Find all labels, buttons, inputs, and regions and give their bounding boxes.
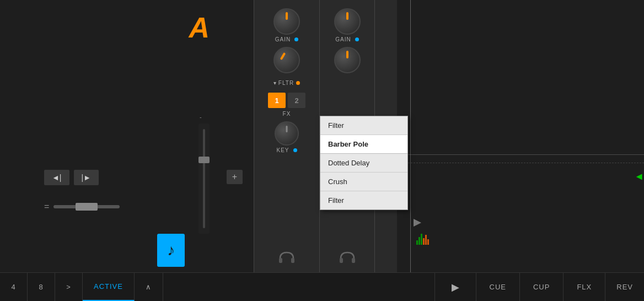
key-label-1: KEY xyxy=(276,147,289,153)
gain-label-2: GAIN xyxy=(335,36,351,42)
filter-knob-container xyxy=(273,47,300,73)
svg-rect-3 xyxy=(352,258,355,263)
dropdown-item-crush[interactable]: Crush xyxy=(320,173,407,191)
key-knob-container-1: KEY xyxy=(275,121,299,153)
gain-knob-2[interactable] xyxy=(334,8,361,35)
rev-button[interactable]: REV xyxy=(605,273,644,301)
fx-label: FX xyxy=(283,111,291,117)
waveform-area: ◄ xyxy=(397,0,644,272)
forward-button[interactable]: |► xyxy=(74,170,99,185)
play-button[interactable]: ▶ xyxy=(434,273,476,301)
green-arrow-icon: ◄ xyxy=(634,171,644,182)
fx-btn-1[interactable]: 1 xyxy=(268,93,286,108)
channel-strip-1: GAIN ▾ FLTR 1 2 FX xyxy=(254,0,320,272)
svg-rect-0 xyxy=(279,258,282,263)
active-button[interactable]: ACTIVE xyxy=(83,273,135,301)
key-knob-row-1: KEY xyxy=(276,147,297,153)
vertical-fader[interactable]: - xyxy=(198,123,210,234)
mini-waveform xyxy=(416,223,429,245)
fx-btn-2[interactable]: 2 xyxy=(288,93,305,108)
eq-symbol: = xyxy=(44,202,49,212)
waveform-line xyxy=(397,154,644,155)
back-button[interactable]: ◄| xyxy=(44,170,69,185)
cue-button[interactable]: CUE xyxy=(476,273,520,301)
gain-dot-2 xyxy=(355,37,359,41)
flx-button[interactable]: FLX xyxy=(564,273,605,301)
gain-knob-1[interactable] xyxy=(273,8,300,35)
number-4-button[interactable]: 4 xyxy=(0,273,28,301)
dropdown-item-dotted-delay[interactable]: Dotted Delay xyxy=(320,154,407,173)
minus-label: - xyxy=(200,114,202,120)
transport-area: ◄| |► + = xyxy=(6,170,248,212)
key-dot-1 xyxy=(293,148,297,152)
filter-knob[interactable] xyxy=(273,47,300,73)
playback-cursor xyxy=(410,0,411,272)
deck-label: A xyxy=(189,11,210,44)
gain-dot-1 xyxy=(294,37,298,41)
key-knob-1[interactable] xyxy=(275,121,299,146)
bottom-bar: 4 8 > ACTIVE ∧ ▶ CUE CUP FLX REV xyxy=(0,272,644,301)
waveform-bar xyxy=(416,240,418,245)
fltr-dot xyxy=(296,81,300,85)
gain-knob-container-2: GAIN xyxy=(334,8,361,42)
waveform-bar xyxy=(427,239,429,245)
svg-rect-1 xyxy=(291,258,294,263)
dropdown-item-filter2[interactable]: Filter xyxy=(320,191,407,209)
vertical-fader-track xyxy=(203,129,205,228)
fx-section: 1 2 FX xyxy=(268,93,305,117)
svg-rect-2 xyxy=(340,258,343,263)
mid-knob-container-2 xyxy=(334,47,361,73)
waveform-bar xyxy=(421,234,422,245)
dropdown-item-barber-pole[interactable]: Barber Pole xyxy=(320,135,407,154)
gain-knob-row-2: GAIN xyxy=(335,36,358,42)
waveform-bar xyxy=(425,235,427,245)
main-container: A ◄| |► + = - xyxy=(0,0,644,301)
dashed-line xyxy=(397,163,644,163)
filter-section: ▾ FLTR xyxy=(273,80,300,86)
music-note-icon: ♪ xyxy=(167,241,175,259)
left-panel: A ◄| |► + = - xyxy=(0,0,254,272)
gain-knob-container-1: GAIN xyxy=(273,8,300,42)
bottom-right: ▶ CUE CUP FLX REV xyxy=(434,273,644,301)
waveform-bar xyxy=(423,238,425,245)
number-8-button[interactable]: 8 xyxy=(28,273,55,301)
mid-knob-2[interactable] xyxy=(334,47,361,73)
fader-area: = xyxy=(6,202,248,212)
fader-handle[interactable] xyxy=(76,203,98,211)
up-arrow-button[interactable]: ∧ xyxy=(135,273,163,301)
fader-track[interactable] xyxy=(53,205,120,208)
cup-button[interactable]: CUP xyxy=(520,273,564,301)
headphone-icon-2[interactable] xyxy=(337,250,357,264)
fltr-label: FLTR xyxy=(278,80,294,86)
dropdown-menu: Filter Barber Pole Dotted Delay Crush Fi… xyxy=(320,116,408,210)
vertical-fader-handle[interactable] xyxy=(198,157,210,163)
plus-button[interactable]: + xyxy=(227,170,243,184)
fx-buttons: 1 2 xyxy=(268,93,305,108)
gain-knob-row-1: GAIN xyxy=(275,36,298,42)
note-area: ♪ xyxy=(157,234,185,267)
bottom-spacer xyxy=(163,273,434,301)
headphone-icon-1[interactable] xyxy=(277,250,297,264)
fltr-arrow-icon: ▾ xyxy=(273,80,276,86)
top-area: A ◄| |► + = - xyxy=(0,0,644,272)
arrow-button[interactable]: > xyxy=(55,273,83,301)
waveform-bar xyxy=(418,237,420,245)
note-icon[interactable]: ♪ xyxy=(157,234,185,267)
dropdown-item-filter1[interactable]: Filter xyxy=(320,116,407,135)
gain-label-1: GAIN xyxy=(275,36,291,42)
